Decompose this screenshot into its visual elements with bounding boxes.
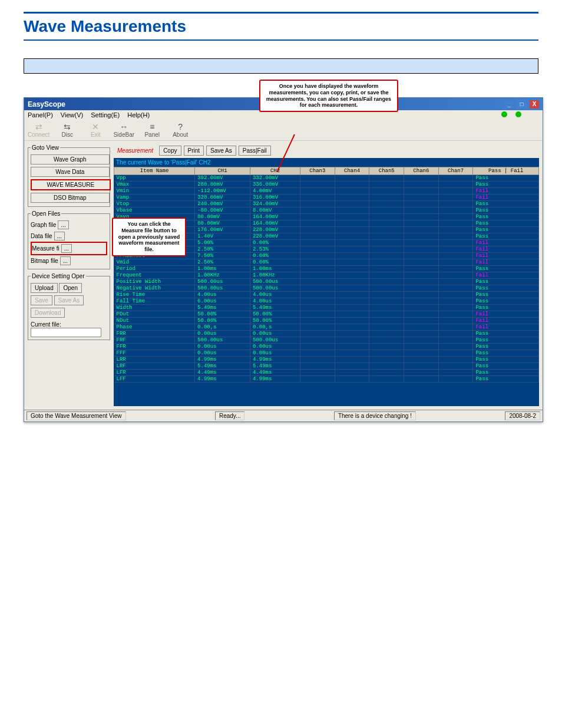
save-button[interactable]: Save — [31, 295, 52, 305]
table-row[interactable]: LFR4.49ms4.49msPass — [114, 370, 539, 376]
table-row[interactable]: Frequent1.00KHz1.00KHzFail — [114, 272, 539, 279]
col-chan6[interactable]: Chan6 — [404, 167, 439, 175]
table-row[interactable]: Width5.49ms5.49msPass — [114, 305, 539, 311]
measurements-table-wrap: Item Name CH1 CH2 Chan3 Chan4 Chan5 Chan… — [114, 167, 539, 406]
tb-sidebar[interactable]: ↔SideBar — [113, 122, 134, 138]
table-row[interactable]: Vbase-80.00mV8.00mVPass — [114, 207, 539, 214]
table-row[interactable]: Vmin-112.00mV4.00mVFail — [114, 188, 539, 195]
table-row[interactable]: Vtop240.00mV324.00mVPass — [114, 201, 539, 207]
dso-bitmap-button[interactable]: DSO Bitmap — [31, 193, 110, 203]
col-ch2[interactable]: CH2 — [250, 167, 300, 175]
download-button[interactable]: Download — [31, 308, 65, 318]
table-row[interactable]: Positive Width500.00us500.00usPass — [114, 279, 539, 285]
cell-ch1: 0.00,s — [195, 324, 250, 331]
table-row[interactable]: Phase0.00,s0.00,sFail — [114, 324, 539, 331]
cell-item: FRR — [114, 331, 195, 337]
maximize-button[interactable]: □ — [517, 100, 527, 108]
cell-ch2: 1.00ms — [250, 266, 300, 272]
cell-chan4 — [335, 363, 369, 370]
menu-setting[interactable]: Setting(E) — [91, 111, 120, 118]
col-passfail[interactable]: Pass | Fail — [473, 167, 539, 175]
cell-chan5 — [369, 357, 404, 363]
copy-button[interactable]: Copy — [159, 146, 181, 156]
col-ch1[interactable]: CH1 — [195, 167, 250, 175]
table-row[interactable]: LRF5.49ms5.49msPass — [114, 363, 539, 370]
table-row[interactable]: Vmid2.50%0.00%Fail — [114, 259, 539, 266]
passfail-button[interactable]: Pass|Fail — [239, 146, 271, 156]
table-row[interactable]: Period1.00ms1.00msPass — [114, 266, 539, 272]
cell-passfail: Pass — [473, 207, 539, 214]
table-row[interactable]: FRF500.00us500.00usPass — [114, 337, 539, 344]
current-file-input[interactable] — [31, 328, 101, 337]
graph-file-browse[interactable]: ... — [58, 220, 68, 229]
connect-icon: ⇄ — [28, 122, 49, 131]
open-button[interactable]: Open — [59, 283, 81, 293]
col-item[interactable]: Item Name — [114, 167, 195, 175]
menu-view[interactable]: View(V) — [61, 111, 83, 118]
cell-ch1: 5.00% — [195, 240, 250, 246]
table-row[interactable]: NDut50.00%50.00%Fail — [114, 318, 539, 324]
table-row[interactable]: Rise Time4.00us4.00usPass — [114, 292, 539, 298]
tb-disc[interactable]: ⇆Disc — [57, 122, 78, 138]
cell-passfail: Pass — [473, 331, 539, 337]
table-row[interactable]: Vmax280.00mV336.00mVPass — [114, 182, 539, 188]
close-button[interactable]: X — [530, 100, 539, 108]
cell-chan3 — [300, 357, 335, 363]
tb-about[interactable]: ?About — [170, 122, 191, 138]
table-row[interactable]: Negative Width500.00us500.00usPass — [114, 285, 539, 292]
tab-measurement[interactable]: Measurement — [114, 146, 157, 155]
wave-graph-button[interactable]: Wave Graph — [31, 154, 110, 164]
table-row[interactable]: Vpp392.00mV332.00mVPass — [114, 175, 539, 182]
cell-ch2: 4.00us — [250, 298, 300, 305]
table-row[interactable]: PDut50.00%50.00%Fail — [114, 311, 539, 318]
cell-chan3 — [300, 272, 335, 279]
cell-ch1: 50.00% — [195, 318, 250, 324]
cell-ch2: 4.00mV — [250, 188, 300, 195]
cell-chan3 — [300, 318, 335, 324]
saveas-button[interactable]: Save As — [54, 295, 84, 305]
data-file-browse[interactable]: ... — [54, 232, 65, 241]
table-row[interactable]: LRR4.99ms4.99msPass — [114, 357, 539, 363]
cell-chan3 — [300, 331, 335, 337]
cell-chan7 — [438, 266, 473, 272]
col-chan4[interactable]: Chan4 — [335, 167, 369, 175]
table-row[interactable]: FRR0.00us0.00usPass — [114, 331, 539, 337]
table-row[interactable]: Vamp320.00mV316.00mVFail — [114, 195, 539, 201]
menu-panel[interactable]: Panel(P) — [28, 111, 53, 118]
bitmap-file-browse[interactable]: ... — [60, 256, 71, 265]
cell-chan5 — [369, 182, 404, 188]
cell-ch1: 4.00us — [195, 292, 250, 298]
table-row[interactable]: Fall Time6.00us4.00usPass — [114, 298, 539, 305]
col-chan5[interactable]: Chan5 — [369, 167, 404, 175]
table-row[interactable]: FFR0.00us0.00usPass — [114, 344, 539, 350]
cell-chan6 — [404, 344, 439, 350]
cell-item: Vamp — [114, 195, 195, 201]
table-row[interactable]: LFF4.99ms4.99msPass — [114, 376, 539, 383]
cell-ch1: 500.00us — [195, 279, 250, 285]
cell-ch2: 0.00% — [250, 253, 300, 259]
cell-chan7 — [438, 233, 473, 240]
cell-ch1: 80.00mV — [195, 214, 250, 220]
tab-saveas-button[interactable]: Save As — [206, 146, 236, 156]
minimize-button[interactable]: _ — [504, 100, 514, 108]
menu-help[interactable]: Help(H) — [127, 111, 150, 118]
cell-chan3 — [300, 240, 335, 246]
graph-file-label: Graph file — [31, 222, 56, 228]
print-button[interactable]: Print — [184, 146, 204, 156]
cell-chan5 — [369, 266, 404, 272]
tb-connect[interactable]: ⇄Connect — [28, 122, 49, 138]
col-chan3[interactable]: Chan3 — [300, 167, 335, 175]
tb-panel[interactable]: ≡Panel — [141, 122, 163, 138]
measure-file-browse[interactable]: ... — [61, 244, 72, 253]
cell-ch2: 5.49ms — [250, 363, 300, 370]
table-row[interactable]: FFF0.00us0.00usPass — [114, 350, 539, 357]
cell-item: Rise Time — [114, 292, 195, 298]
cell-chan7 — [438, 227, 473, 233]
col-chan7[interactable]: Chan7 — [438, 167, 473, 175]
cell-item: LRR — [114, 357, 195, 363]
upload-button[interactable]: Upload — [31, 283, 58, 293]
tb-exit[interactable]: ✕Exit — [85, 122, 106, 138]
wave-data-button[interactable]: Wave Data — [31, 167, 110, 177]
wave-measure-button[interactable]: WAVE MEASURE — [31, 179, 111, 190]
cell-passfail: Pass — [473, 201, 539, 207]
